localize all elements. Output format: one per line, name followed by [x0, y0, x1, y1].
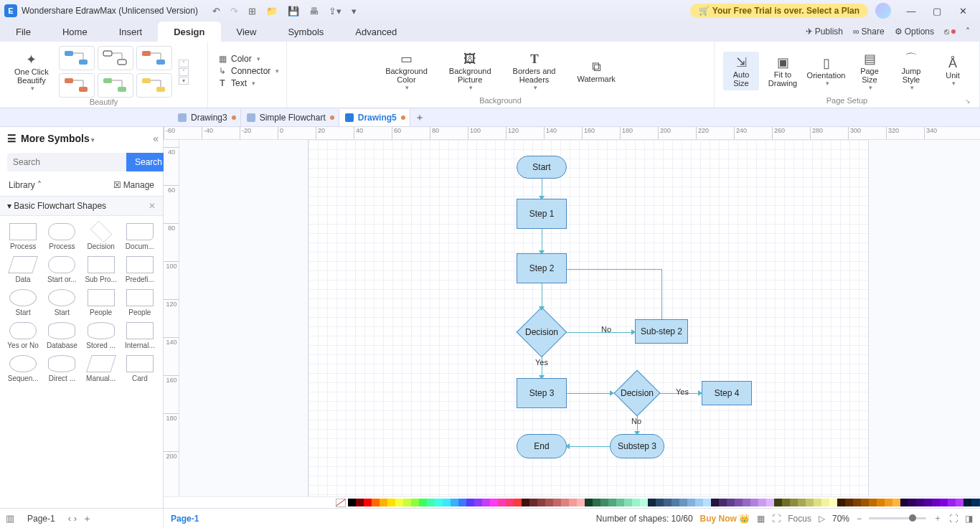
shape-stencil[interactable]: Manual...: [83, 354, 120, 384]
more-icon[interactable]: ▾: [352, 6, 357, 16]
menu-design[interactable]: Design: [158, 22, 220, 42]
page-list-icon[interactable]: ▥: [6, 513, 14, 524]
more-symbols-dropdown[interactable]: ☰ More Symbols: [0, 127, 163, 150]
notifications-icon[interactable]: ⎋: [944, 27, 956, 37]
background-picture-button[interactable]: 🖼Background Picture: [443, 48, 497, 94]
color-swatch[interactable]: [553, 499, 561, 506]
maximize-icon[interactable]: ▢: [924, 0, 950, 22]
play-icon[interactable]: ▷: [819, 514, 825, 524]
color-swatch[interactable]: [348, 499, 356, 506]
color-swatch[interactable]: [766, 499, 774, 506]
color-swatch[interactable]: [821, 499, 829, 506]
color-swatch[interactable]: [963, 499, 971, 506]
shape-stencil[interactable]: Sub Pro...: [83, 255, 120, 285]
document-tab[interactable]: Drawing5: [339, 109, 410, 126]
color-swatch[interactable]: [466, 499, 474, 506]
orientation-button[interactable]: ▯Orientation: [806, 52, 846, 90]
options-button[interactable]: ⚙ Options: [895, 27, 934, 37]
new-icon[interactable]: ⊞: [248, 6, 256, 16]
color-swatch[interactable]: [798, 499, 806, 506]
page[interactable]: Start Step 1 Step 2 Decision Sub-step 2 …: [308, 140, 868, 496]
shape-stencil[interactable]: Database: [43, 321, 80, 351]
color-swatch[interactable]: [948, 499, 956, 506]
color-swatch[interactable]: [829, 499, 837, 506]
shape-stencil[interactable]: Data: [4, 255, 42, 285]
library-link[interactable]: Library ˄: [9, 180, 42, 190]
color-swatch[interactable]: [814, 499, 821, 506]
flow-decision2[interactable]: Decision: [613, 369, 660, 416]
background-color-button[interactable]: ▭Background Color: [380, 48, 433, 94]
color-swatch[interactable]: [924, 499, 932, 506]
fit-page-icon[interactable]: ⛶: [949, 514, 958, 524]
color-swatch[interactable]: [885, 499, 892, 506]
color-swatch[interactable]: [908, 499, 916, 506]
color-swatch[interactable]: [956, 499, 963, 506]
trial-banner[interactable]: 🛒 Your Free Trial is over. Select a Plan: [690, 4, 868, 18]
color-swatch[interactable]: [490, 499, 498, 506]
shape-stencil[interactable]: Card: [121, 354, 159, 384]
color-swatch[interactable]: [672, 499, 679, 506]
color-swatch[interactable]: [727, 499, 735, 506]
color-swatch[interactable]: [782, 499, 790, 506]
flow-step2[interactable]: Step 2: [517, 253, 567, 283]
flow-step3[interactable]: Step 3: [517, 378, 567, 408]
color-swatch[interactable]: [380, 499, 387, 506]
color-swatch[interactable]: [443, 499, 451, 506]
color-swatch[interactable]: [514, 499, 522, 506]
color-swatch[interactable]: [498, 499, 506, 506]
shape-stencil[interactable]: Process: [4, 222, 42, 252]
minimize-icon[interactable]: —: [898, 0, 924, 22]
color-swatch[interactable]: [474, 499, 482, 506]
color-swatch[interactable]: [569, 499, 577, 506]
color-swatch[interactable]: [743, 499, 750, 506]
color-swatch[interactable]: [364, 499, 372, 506]
color-swatch[interactable]: [632, 499, 640, 506]
color-swatch[interactable]: [648, 499, 656, 506]
symbol-search-input[interactable]: [7, 153, 126, 171]
document-tab[interactable]: Drawing3: [172, 109, 241, 126]
color-swatch[interactable]: [411, 499, 419, 506]
color-swatch[interactable]: [940, 499, 948, 506]
flow-substep3[interactable]: Substep 3: [610, 434, 664, 458]
color-swatch[interactable]: [387, 499, 395, 506]
color-swatch[interactable]: [608, 499, 616, 506]
color-swatch[interactable]: [869, 499, 877, 506]
save-icon[interactable]: 💾: [288, 6, 299, 16]
shape-stencil[interactable]: Docum...: [121, 222, 159, 252]
color-swatch[interactable]: [735, 499, 743, 506]
color-swatch[interactable]: [892, 499, 900, 506]
menu-home[interactable]: Home: [47, 22, 103, 42]
color-swatch[interactable]: [616, 499, 624, 506]
color-swatch[interactable]: [482, 499, 490, 506]
style-gallery[interactable]: [59, 46, 172, 98]
jump-style-button[interactable]: ⌒Jump Style: [893, 48, 929, 94]
fullscreen-icon[interactable]: ⛶: [772, 514, 781, 524]
buy-now-link[interactable]: Buy Now 👑: [700, 514, 750, 524]
color-swatch[interactable]: [435, 499, 443, 506]
canvas[interactable]: Start Step 1 Step 2 Decision Sub-step 2 …: [179, 140, 980, 496]
flow-decision1[interactable]: Decision: [517, 307, 567, 358]
panel-toggle-icon[interactable]: ◨: [965, 514, 973, 524]
page-tab-1[interactable]: Page-1: [20, 512, 62, 525]
color-swatch[interactable]: [372, 499, 380, 506]
shape-stencil[interactable]: Start or...: [43, 255, 80, 285]
color-swatch[interactable]: [403, 499, 411, 506]
collapse-panel-icon[interactable]: «: [153, 133, 159, 144]
color-swatch[interactable]: [758, 499, 766, 506]
borders-headers-button[interactable]: 𝐓Borders and Headers: [507, 48, 562, 94]
close-icon[interactable]: ✕: [950, 0, 976, 22]
shape-stencil[interactable]: People: [83, 288, 120, 318]
color-swatch[interactable]: [916, 499, 924, 506]
color-swatch[interactable]: [853, 499, 861, 506]
collapse-ribbon-icon[interactable]: ˄: [966, 27, 970, 37]
color-swatch[interactable]: [451, 499, 458, 506]
focus-button[interactable]: Focus: [788, 514, 811, 524]
undo-icon[interactable]: ↶: [212, 6, 220, 16]
shape-stencil[interactable]: Start: [43, 288, 80, 318]
export-icon[interactable]: ⇪▾: [329, 6, 341, 16]
gallery-more-icon[interactable]: ▾: [179, 77, 189, 85]
color-swatch[interactable]: [561, 499, 569, 506]
menu-file[interactable]: File: [0, 22, 47, 42]
color-swatch[interactable]: [719, 499, 727, 506]
add-document-tab[interactable]: ＋: [410, 109, 429, 126]
